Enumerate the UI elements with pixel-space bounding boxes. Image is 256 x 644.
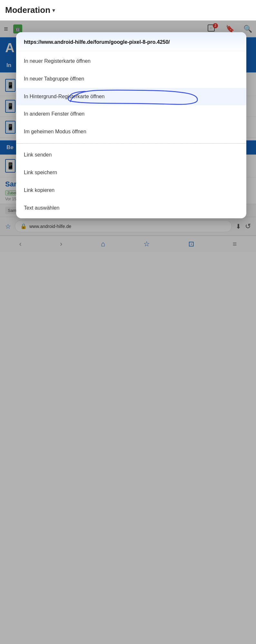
context-menu-item-copy-link[interactable]: Link kopieren: [16, 182, 246, 199]
context-menu-item-new-tab-group[interactable]: In neuer Tabgruppe öffnen: [16, 70, 246, 88]
new-window-label: In anderem Fenster öffnen: [24, 111, 84, 117]
save-link-label: Link speichern: [24, 170, 57, 175]
background-tab-label: In Hintergrund-Registerkarte öffnen: [24, 94, 105, 99]
new-tab-group-label: In neuer Tabgruppe öffnen: [24, 76, 84, 81]
select-text-label: Text auswählen: [24, 205, 59, 211]
context-menu-section-1: In neuer Registerkarte öffnen In neuer T…: [16, 51, 246, 142]
send-link-label: Link senden: [24, 152, 52, 157]
context-menu-item-incognito[interactable]: Im geheimen Modus öffnen: [16, 123, 246, 141]
context-menu-url: https://www.android-hilfe.de/forum/googl…: [16, 32, 246, 51]
context-menu-item-select-text[interactable]: Text auswählen: [16, 199, 246, 217]
context-menu-divider: [16, 143, 246, 144]
context-menu-item-new-tab[interactable]: In neuer Registerkarte öffnen: [16, 52, 246, 70]
context-menu-item-background-tab[interactable]: In Hintergrund-Registerkarte öffnen: [16, 88, 246, 105]
context-menu-item-new-window[interactable]: In anderem Fenster öffnen: [16, 105, 246, 123]
context-menu: https://www.android-hilfe.de/forum/googl…: [16, 32, 246, 218]
copy-link-label: Link kopieren: [24, 187, 54, 193]
page-title: Moderation: [5, 5, 50, 15]
context-menu-section-2: Link senden Link speichern Link kopieren…: [16, 145, 246, 218]
top-bar: Moderation ▾: [0, 0, 256, 21]
new-tab-label: In neuer Registerkarte öffnen: [24, 58, 91, 64]
incognito-label: Im geheimen Modus öffnen: [24, 129, 86, 134]
dropdown-arrow-icon[interactable]: ▾: [52, 7, 55, 14]
context-menu-item-save-link[interactable]: Link speichern: [16, 164, 246, 182]
context-menu-item-send-link[interactable]: Link senden: [16, 146, 246, 164]
